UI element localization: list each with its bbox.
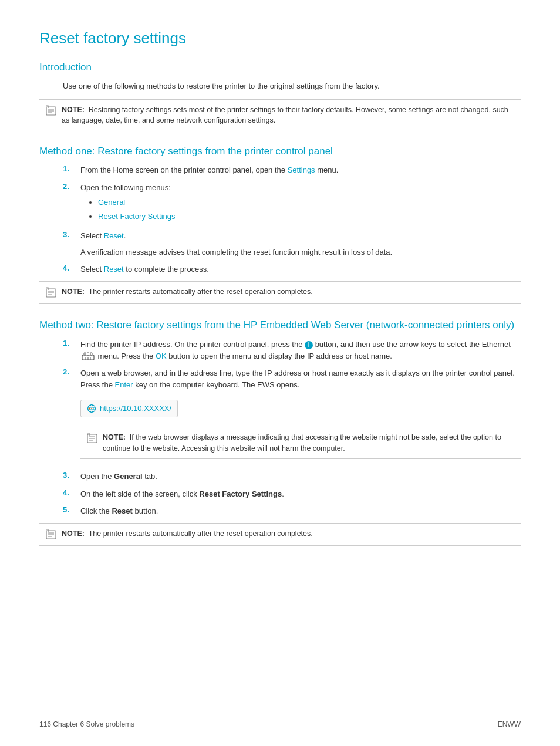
method-two-url-note: NOTE: If the web browser displays a mess…	[80, 427, 521, 460]
method-one-note: NOTE: The printer restarts automatically…	[39, 281, 521, 304]
general-link[interactable]: General	[98, 198, 125, 207]
general-tab-bold: General	[114, 472, 142, 481]
step-2-bullets: General Reset Factory Settings	[98, 197, 521, 222]
introduction-note-label: NOTE:	[62, 106, 85, 114]
reset-factory-settings-link[interactable]: Reset Factory Settings	[98, 212, 176, 221]
url-note-text: If the web browser displays a message in…	[103, 433, 501, 453]
method-one-step-1: 1. From the Home screen on the printer c…	[63, 164, 521, 176]
footer: 116 Chapter 6 Solve problems ENWW	[39, 720, 521, 728]
footer-left: 116 Chapter 6 Solve problems	[39, 720, 134, 728]
method-one-step-4: 4. Select Reset to complete the process.	[63, 264, 521, 275]
note-icon-2	[45, 287, 57, 299]
m2-step-4-number: 4.	[63, 488, 80, 500]
method-one-note-text: The printer restarts automatically after…	[89, 288, 313, 296]
final-note-text: The printer restarts automatically after…	[89, 529, 313, 538]
footer-right: ENWW	[498, 720, 521, 728]
step-4-number: 4.	[63, 264, 80, 275]
settings-link[interactable]: Settings	[288, 166, 315, 174]
globe-icon	[87, 404, 96, 413]
method-two-step-5: 5. Click the Reset button.	[63, 505, 521, 517]
method-two-step-3: 3. Open the General tab.	[63, 471, 521, 482]
ok-link[interactable]: OK	[156, 352, 167, 360]
method-two-heading: Method two: Restore factory settings fro…	[39, 318, 521, 332]
svg-point-20	[91, 408, 92, 409]
m2-step-2-number: 2.	[63, 367, 80, 465]
method-one-heading: Method one: Restore factory settings fro…	[39, 146, 521, 157]
ethernet-icon	[82, 352, 95, 362]
m2-step-1-number: 1.	[63, 339, 80, 362]
m2-step-3-number: 3.	[63, 471, 80, 482]
url-box: https://10.10.XXXXX/	[80, 400, 178, 417]
introduction-note-text: Restoring factory settings sets most of …	[62, 106, 508, 125]
method-two-step-4: 4. On the left side of the screen, click…	[63, 488, 521, 500]
bullet-general: General	[98, 197, 521, 208]
reset-link-step3[interactable]: Reset	[104, 231, 124, 240]
step-1-number: 1.	[63, 164, 80, 176]
reset-factory-settings-bold: Reset Factory Settings	[199, 490, 282, 498]
page-title: Reset factory settings	[39, 29, 521, 48]
svg-point-19	[89, 408, 90, 410]
enter-link[interactable]: Enter	[115, 380, 133, 389]
note-icon	[45, 105, 57, 117]
info-button-icon: i	[305, 341, 313, 349]
note-icon-4	[45, 529, 57, 541]
step-2-number: 2.	[63, 182, 80, 225]
introduction-heading: Introduction	[39, 62, 521, 73]
final-note-label: NOTE:	[62, 529, 85, 538]
method-two-final-note: NOTE: The printer restarts automatically…	[39, 523, 521, 546]
reset-link-step4[interactable]: Reset	[104, 265, 124, 274]
method-one-step-2: 2. Open the following menus: General Res…	[63, 182, 521, 225]
method-one-step-3: 3. Select Reset. A verification message …	[63, 230, 521, 258]
introduction-body: Use one of the following methods to rest…	[63, 80, 521, 92]
url-text: https://10.10.XXXXX/	[100, 403, 171, 414]
note-icon-3	[86, 433, 98, 444]
reset-bold: Reset	[112, 507, 132, 515]
method-two-step-2: 2. Open a web browser, and in the addres…	[63, 367, 521, 465]
url-note-label: NOTE:	[103, 433, 126, 441]
step-3-number: 3.	[63, 230, 80, 258]
bullet-reset-factory-settings: Reset Factory Settings	[98, 211, 521, 222]
m2-step-5-number: 5.	[63, 505, 80, 517]
introduction-note: NOTE: Restoring factory settings sets mo…	[39, 99, 521, 132]
method-one-note-label: NOTE:	[62, 288, 85, 296]
method-two-step-1: 1. Find the printer IP address. On the p…	[63, 339, 521, 362]
verification-text: A verification message advises that comp…	[80, 247, 521, 258]
